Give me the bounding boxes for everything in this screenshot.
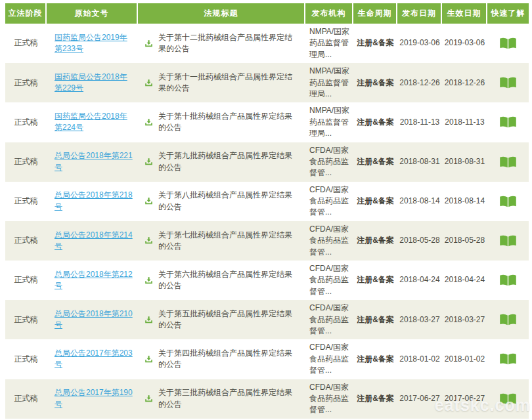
doc-number-cell: 总局公告2017年第203号: [47, 345, 138, 373]
title-cell: 关于第三批药械组合产品属性界定结果的公告: [138, 385, 305, 413]
doc-number-link[interactable]: 国药监局公告2018年第224号: [55, 112, 127, 132]
download-icon[interactable]: [144, 118, 153, 127]
table-row: 正式稿 总局公告2018年第212号 关于第六批药械组合产品属性界定结果的公告 …: [5, 261, 529, 300]
lifecycle-cell: 注册&备案: [353, 77, 397, 89]
title-cell: 关于第九批药械组合产品属性界定结果的公告: [138, 148, 305, 176]
doc-number-link[interactable]: 总局公告2018年第212号: [55, 270, 133, 290]
open-book-icon[interactable]: [499, 313, 517, 326]
lifecycle-cell: 注册&备案: [353, 156, 397, 167]
open-book-icon[interactable]: [499, 76, 517, 89]
quick-view-cell: [487, 76, 529, 89]
open-book-icon[interactable]: [499, 37, 517, 50]
quick-view-cell: [487, 352, 529, 366]
stage-cell: 正式稿: [5, 196, 47, 207]
table-row: 正式稿 国药监局公告2019年第233号 关于第十二批药械组合产品属性界定结果的…: [5, 24, 529, 63]
doc-number-cell: 总局公告2018年第210号: [47, 306, 138, 334]
column-header-eff_date: 生效日期: [442, 3, 487, 24]
title-cell: 关于第七批药械组合产品属性界定结果的公告: [138, 227, 305, 255]
stage-cell: 正式稿: [5, 37, 47, 49]
column-header-quick: 快速了解: [487, 3, 529, 24]
effective-date-cell: 2018-11-13: [442, 117, 487, 128]
stage-cell: 正式稿: [5, 314, 47, 326]
effective-date-cell: 2018-08-14: [442, 196, 487, 207]
lifecycle-cell: 注册&备案: [353, 393, 397, 404]
download-icon[interactable]: [144, 79, 153, 87]
publish-date-cell: 2017-06-27: [397, 393, 442, 404]
open-book-icon[interactable]: [499, 116, 517, 129]
table-row: 正式稿 国药监局公告2018年第224号 关于第十批药械组合产品属性界定结果的公…: [5, 102, 529, 142]
quick-view-cell: [487, 116, 529, 129]
table-row: 正式稿 总局公告2018年第221号 关于第九批药械组合产品属性界定结果的公告 …: [5, 142, 529, 182]
regulation-title: 关于第十批药械组合产品属性界定结果的公告: [158, 111, 299, 134]
lifecycle-cell: 注册&备案: [353, 314, 397, 326]
publish-date-cell: 2018-05-28: [397, 235, 442, 246]
effective-date-cell: 2018-01-02: [442, 354, 487, 365]
stage-cell: 正式稿: [5, 77, 47, 89]
publish-date-cell: 2018-08-14: [397, 196, 442, 207]
download-icon[interactable]: [144, 39, 153, 48]
open-book-icon[interactable]: [499, 234, 517, 247]
agency-cell: NMPA/国家药品监督管理局...: [305, 63, 353, 102]
doc-number-link[interactable]: 总局公告2018年第214号: [55, 230, 133, 251]
table-row: 正式稿 总局公告2018年第210号 关于第五批药械组合产品属性界定结果的公告 …: [5, 300, 529, 339]
doc-number-link[interactable]: 总局公告2018年第218号: [55, 190, 133, 211]
title-cell: 关于第四批药械组合产品属性界定结果的公告: [138, 345, 305, 373]
doc-number-link[interactable]: 国药监局公告2018年第229号: [55, 72, 127, 93]
doc-number-cell: 总局公告2018年第212号: [47, 266, 138, 295]
publish-date-cell: 2018-01-02: [397, 354, 442, 365]
table-row: 正式稿 总局公告2018年第218号 关于第八批药械组合产品属性界定结果的公告 …: [5, 182, 529, 221]
download-icon[interactable]: [144, 394, 153, 403]
effective-date-cell: 2018-04-24: [442, 274, 487, 285]
title-cell: 关于第十批药械组合产品属性界定结果的公告: [138, 108, 305, 136]
download-icon[interactable]: [144, 197, 153, 205]
doc-number-cell: 国药监局公告2018年第229号: [47, 69, 138, 97]
open-book-icon[interactable]: [499, 392, 517, 406]
regulation-title: 关于第三批药械组合产品属性界定结果的公告: [158, 387, 299, 410]
regulation-title: 关于第五批药械组合产品属性界定结果的公告: [158, 308, 299, 331]
publish-date-cell: 2018-11-13: [397, 117, 442, 128]
column-header-doc_no: 原始文号: [47, 3, 138, 24]
doc-number-link[interactable]: 国药监局公告2019年第233号: [55, 33, 127, 53]
stage-cell: 正式稿: [5, 354, 47, 365]
doc-number-cell: 国药监局公告2018年第224号: [47, 108, 138, 136]
effective-date-cell: 2018-08-31: [442, 156, 487, 167]
stage-cell: 正式稿: [5, 156, 47, 167]
regulation-title: 关于第九批药械组合产品属性界定结果的公告: [158, 150, 299, 173]
doc-number-cell: 总局公告2018年第218号: [47, 187, 138, 215]
download-icon[interactable]: [144, 236, 153, 245]
table-body: 正式稿 国药监局公告2019年第233号 关于第十二批药械组合产品属性界定结果的…: [5, 24, 529, 420]
title-cell: 关于第十一批药械组合产品属性界定结果的公告: [138, 69, 305, 97]
column-header-agency: 发布机构: [305, 3, 353, 24]
download-icon[interactable]: [144, 355, 153, 364]
column-header-lifecycle: 生命周期: [353, 3, 397, 24]
open-book-icon[interactable]: [499, 274, 517, 287]
doc-number-link[interactable]: 总局公告2017年第203号: [55, 348, 133, 369]
table-row: 正式稿 总局公告2017年第190号 关于第三批药械组合产品属性界定结果的公告 …: [5, 379, 529, 419]
download-icon[interactable]: [144, 316, 153, 324]
open-book-icon[interactable]: [499, 156, 517, 169]
quick-view-cell: [487, 234, 529, 247]
regulation-title: 关于第六批药械组合产品属性界定结果的公告: [158, 269, 299, 292]
quick-view-cell: [487, 392, 529, 406]
lifecycle-cell: 注册&备案: [353, 274, 397, 285]
agency-cell: CFDA/国家食品药品监督管...: [305, 182, 353, 221]
download-icon[interactable]: [144, 276, 153, 285]
doc-number-link[interactable]: 总局公告2018年第210号: [55, 309, 133, 329]
publish-date-cell: 2018-04-24: [397, 274, 442, 285]
lifecycle-cell: 注册&备案: [353, 117, 397, 128]
doc-number-link[interactable]: 总局公告2017年第190号: [55, 388, 133, 408]
agency-cell: CFDA/国家食品药品监督管...: [305, 300, 353, 339]
agency-cell: NMPA/国家药品监督管理局...: [305, 24, 353, 63]
doc-number-cell: 总局公告2017年第190号: [47, 385, 138, 413]
regulation-title: 关于第七批药械组合产品属性界定结果的公告: [158, 230, 299, 253]
download-icon[interactable]: [144, 158, 153, 166]
title-cell: 关于第六批药械组合产品属性界定结果的公告: [138, 266, 305, 295]
open-book-icon[interactable]: [499, 195, 517, 208]
column-header-title: 法规标题: [138, 3, 305, 24]
quick-view-cell: [487, 274, 529, 287]
open-book-icon[interactable]: [499, 352, 517, 366]
doc-number-link[interactable]: 总局公告2018年第221号: [55, 151, 133, 171]
doc-number-cell: 总局公告2018年第221号: [47, 148, 138, 176]
quick-view-cell: [487, 156, 529, 169]
title-cell: 关于第八批药械组合产品属性界定结果的公告: [138, 187, 305, 215]
